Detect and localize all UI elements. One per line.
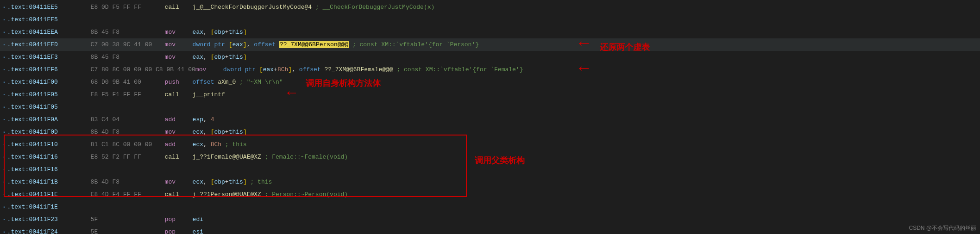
code-line: ·.text:00411F1E: [0, 201, 980, 213]
line-dot: ·: [2, 203, 6, 211]
line-operand: esp, 4: [193, 116, 214, 123]
line-operand: j_??1Female@@UAE@XZ ; Female::~Female(vo…: [193, 154, 348, 160]
line-mnemonic: mov: [165, 54, 193, 61]
annotation-self-method: 调用自身析构方法体: [306, 78, 381, 89]
line-bytes: E8 52 F2 FF FF: [91, 154, 165, 160]
line-addr: .text:00411EED: [7, 41, 91, 48]
code-line: ·.text:00411F0A83 C4 04addesp, 4: [0, 113, 980, 126]
code-line: ·.text:00411EEDC7 00 38 9C 41 00movdword…: [0, 38, 980, 51]
line-bytes: 81 C1 8C 00 00 00: [91, 141, 165, 148]
line-bytes: 5E: [91, 228, 165, 234]
line-operand: j_@__CheckForDebuggerJustMyCode@4 ; __Ch…: [193, 4, 435, 11]
line-operand: ecx, [ebp+this]: [193, 129, 247, 135]
line-addr: .text:00411F24: [7, 228, 91, 234]
line-mnemonic: mov: [195, 66, 223, 73]
line-dot: ·: [2, 128, 6, 136]
line-addr: .text:00411EE5: [7, 16, 91, 23]
line-mnemonic: call: [165, 91, 193, 98]
line-operand: offset aXm_0 ; "~XM \r\n": [193, 79, 283, 86]
line-mnemonic: mov: [165, 179, 193, 185]
line-mnemonic: call: [165, 191, 193, 198]
line-dot: ·: [2, 153, 6, 161]
line-addr: .text:00411EE5: [7, 4, 91, 11]
watermark: CSDN @不会写代码的丝丽: [909, 224, 976, 232]
line-bytes: 83 C4 04: [91, 116, 165, 123]
line-operand: ecx, 8Ch ; this: [193, 141, 247, 148]
line-addr: .text:00411F23: [7, 216, 91, 223]
line-operand: esi: [193, 228, 203, 234]
line-bytes: E8 0D F5 FF FF: [91, 4, 165, 11]
line-bytes: 5F: [91, 216, 165, 223]
line-dot: ·: [2, 216, 6, 224]
code-line: ·.text:00411F245Epopesi: [0, 226, 980, 234]
annotation-restore-vtable: 还原两个虚表: [600, 42, 650, 53]
line-operand: dword ptr [eax], offset ??_7XM@@6BPerson…: [193, 41, 479, 48]
line-addr: .text:00411F1E: [7, 203, 91, 210]
code-line: ·.text:00411EF6C7 80 8C 00 00 00 C8 9B 4…: [0, 63, 980, 76]
line-dot: ·: [2, 191, 6, 199]
line-operand: edi: [193, 216, 203, 223]
line-addr: .text:00411F05: [7, 91, 91, 98]
code-line: ·.text:00411F05E8 F5 F1 FF FFcallj__prin…: [0, 88, 980, 101]
line-dot: ·: [2, 53, 6, 62]
code-line: ·.text:00411F0D8B 4D F8movecx, [ebp+this…: [0, 126, 980, 138]
line-bytes: 8B 4D F8: [91, 179, 165, 185]
arrow-self-method: ←: [287, 85, 296, 102]
line-bytes: 68 D0 9B 41 00: [91, 79, 165, 86]
code-line: ·.text:00411F1B8B 4D F8movecx, [ebp+this…: [0, 176, 980, 188]
line-mnemonic: add: [165, 141, 193, 148]
line-addr: .text:00411F1B: [7, 179, 91, 185]
line-bytes: 8B 45 F8: [91, 29, 165, 36]
arrow-vtable1: ←: [579, 34, 589, 53]
code-line: ·.text:00411F05: [0, 101, 980, 113]
line-mnemonic: mov: [165, 29, 193, 36]
code-line: ·.text:00411EE5E8 0D F5 FF FFcallj_@__Ch…: [0, 1, 980, 13]
line-addr: .text:00411EF3: [7, 54, 91, 61]
line-dot: ·: [2, 141, 6, 149]
line-bytes: 8B 45 F8: [91, 54, 165, 61]
code-line: ·.text:00411EEA8B 45 F8moveax, [ebp+this…: [0, 26, 980, 38]
line-addr: .text:00411EEA: [7, 29, 91, 36]
line-mnemonic: add: [165, 116, 193, 123]
line-bytes: C7 80 8C 00 00 00 C8 9B 41 00: [91, 66, 195, 73]
code-line: ·.text:00411F0068 D0 9B 41 00pushoffset …: [0, 76, 980, 88]
line-addr: .text:00411F00: [7, 79, 91, 86]
line-mnemonic: push: [165, 79, 193, 86]
code-line: ·.text:00411EE5: [0, 13, 980, 26]
line-operand: eax, [ebp+this]: [193, 54, 247, 61]
line-operand: j__printf: [193, 91, 225, 98]
line-dot: ·: [2, 91, 6, 99]
line-mnemonic: call: [165, 4, 193, 11]
line-bytes: E8 F5 F1 FF FF: [91, 91, 165, 98]
line-operand: j_??1Person@@UAE@XZ ; Person::~Person(vo…: [193, 191, 348, 198]
code-line: ·.text:00411F1EE8 4D F4 FF FFcallj_??1Pe…: [0, 188, 980, 201]
line-dot: ·: [2, 3, 6, 12]
code-line: ·.text:00411F1081 C1 8C 00 00 00addecx, …: [0, 138, 980, 151]
line-dot: ·: [2, 103, 6, 111]
arrow-vtable2: ←: [579, 59, 589, 78]
line-dot: ·: [2, 166, 6, 174]
line-bytes: E8 4D F4 FF FF: [91, 191, 165, 198]
line-operand: dword ptr [eax+8Ch], offset ??_7XM@@6BFe…: [223, 66, 523, 73]
code-line: ·.text:00411F235Fpopedi: [0, 213, 980, 226]
line-mnemonic: mov: [165, 129, 193, 135]
line-operand: eax, [ebp+this]: [193, 29, 247, 36]
line-bytes: 8B 4D F8: [91, 129, 165, 135]
line-addr: .text:00411F1E: [7, 191, 91, 198]
annotation-parent-destructor: 调用父类析构: [475, 155, 525, 166]
line-dot: ·: [2, 41, 6, 49]
line-addr: .text:00411EF6: [7, 66, 91, 73]
line-addr: .text:00411F16: [7, 166, 91, 173]
line-mnemonic: pop: [165, 228, 193, 234]
line-addr: .text:00411F0A: [7, 116, 91, 123]
line-dot: ·: [2, 116, 6, 124]
line-mnemonic: call: [165, 154, 193, 160]
line-mnemonic: mov: [165, 41, 193, 48]
code-line: ·.text:00411EF38B 45 F8moveax, [ebp+this…: [0, 51, 980, 63]
line-addr: .text:00411F05: [7, 104, 91, 111]
line-dot: ·: [2, 66, 6, 74]
line-dot: ·: [2, 228, 6, 234]
line-addr: .text:00411F0D: [7, 129, 91, 135]
line-bytes: C7 00 38 9C 41 00: [91, 41, 165, 48]
line-dot: ·: [2, 78, 6, 86]
